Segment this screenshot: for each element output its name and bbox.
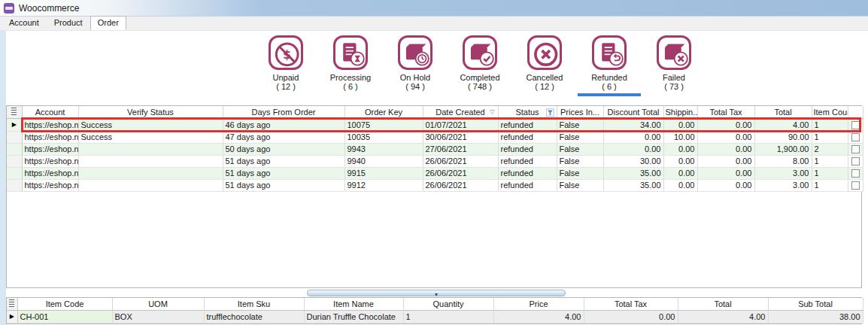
- cell-total[interactable]: 8.00: [754, 155, 812, 167]
- column-header-shipping[interactable]: Shippin...: [663, 106, 697, 118]
- cell-item-count[interactable]: 1: [812, 167, 848, 179]
- cell-item-count[interactable]: 1: [812, 155, 848, 167]
- splitter-handle[interactable]: ▾: [307, 290, 566, 296]
- column-header-date-created[interactable]: Date Created▽: [423, 106, 498, 118]
- cell-order-key[interactable]: 9912: [344, 179, 423, 191]
- column-header-total-tax[interactable]: Total Tax: [584, 298, 678, 310]
- cell-item-name[interactable]: Durian Truffle Chocolate: [304, 310, 403, 323]
- cell-shipping[interactable]: 0.00: [663, 179, 697, 191]
- column-header-quantity[interactable]: Quantity: [403, 298, 493, 310]
- sort-indicator-icon[interactable]: ▽: [490, 108, 494, 115]
- cell-discount-total[interactable]: 35.00: [603, 179, 663, 191]
- cell-item-count[interactable]: 2: [812, 143, 848, 155]
- tab-order[interactable]: Order: [90, 16, 126, 30]
- column-header-sub-total[interactable]: Sub Total: [768, 298, 863, 310]
- column-header-status[interactable]: Status: [498, 106, 557, 118]
- column-header-verify-status[interactable]: Verify Status: [78, 106, 223, 118]
- column-header-prices-in[interactable]: Prices In...: [557, 106, 603, 118]
- cell-status[interactable]: refunded: [498, 167, 557, 179]
- cell-prices-in[interactable]: False: [557, 167, 603, 179]
- cell-prices-in[interactable]: False: [557, 155, 603, 167]
- cell-prices-in[interactable]: False: [557, 179, 603, 191]
- cell-days-from-order[interactable]: 51 days ago: [223, 155, 344, 167]
- cell-date-created[interactable]: 26/06/2021: [423, 155, 498, 167]
- cell-shipping[interactable]: 0.00: [663, 167, 697, 179]
- tab-product[interactable]: Product: [47, 16, 90, 30]
- cell-date-created[interactable]: 01/07/2021: [423, 118, 498, 131]
- cell-days-from-order[interactable]: 46 days ago: [223, 118, 344, 131]
- cell-order-key[interactable]: 9915: [344, 167, 423, 179]
- cell-prices-in[interactable]: False: [557, 118, 603, 131]
- cell-discount-total[interactable]: 30.00: [603, 155, 663, 167]
- status-filter-on-hold[interactable]: On Hold( 94 ): [383, 35, 448, 96]
- cell-price[interactable]: 4.00: [493, 310, 584, 323]
- cell-uom[interactable]: BOX: [112, 310, 204, 323]
- cell-verify-status[interactable]: [78, 179, 223, 191]
- cell-verify-status[interactable]: [78, 167, 223, 179]
- cell-total-tax[interactable]: 0.00: [697, 155, 754, 167]
- cell-total-tax[interactable]: 0.00: [697, 131, 754, 143]
- cell-prices-in[interactable]: False: [557, 131, 603, 143]
- cell-discount-total[interactable]: 35.00: [603, 167, 663, 179]
- row-checkbox[interactable]: [851, 121, 860, 129]
- column-header-order-key[interactable]: Order Key: [344, 106, 423, 118]
- cell-order-key[interactable]: 9940: [344, 155, 423, 167]
- cell-account[interactable]: https://eshop.ne...: [22, 155, 78, 167]
- cell-total[interactable]: 3.00: [754, 179, 812, 191]
- status-filter-processing[interactable]: Processing( 6 ): [318, 35, 383, 96]
- cell-shipping[interactable]: 0.00: [663, 155, 697, 167]
- cell-total-tax[interactable]: 0.00: [697, 167, 754, 179]
- column-header-uom[interactable]: UOM: [112, 298, 204, 310]
- column-header-days-from-order[interactable]: Days From Order: [223, 106, 344, 118]
- column-header-total[interactable]: Total: [754, 106, 812, 118]
- cell-date-created[interactable]: 27/06/2021: [423, 143, 498, 155]
- cell-account[interactable]: https://eshop.ne...: [22, 179, 78, 191]
- cell-total-tax[interactable]: 0.00: [697, 179, 754, 191]
- cell-total[interactable]: 1,900.00: [754, 143, 812, 155]
- cell-item-count[interactable]: 1: [812, 131, 848, 143]
- cell-account[interactable]: https://eshop.ne...: [22, 131, 78, 143]
- status-filter-refunded[interactable]: Refunded( 6 ): [577, 35, 642, 96]
- cell-account[interactable]: https://eshop.ne...: [22, 118, 78, 131]
- column-header-discount-total[interactable]: Discount Total: [603, 106, 663, 118]
- filter-icon[interactable]: [546, 108, 554, 117]
- cell-days-from-order[interactable]: 50 days ago: [223, 143, 344, 155]
- status-filter-completed[interactable]: Completed( 748 ): [448, 35, 512, 96]
- cell-verify-status[interactable]: Success: [78, 118, 223, 131]
- cell-item-code[interactable]: CH-001: [17, 310, 112, 323]
- cell-verify-status[interactable]: [78, 143, 223, 155]
- row-checkbox[interactable]: [851, 181, 860, 190]
- cell-date-created[interactable]: 26/06/2021: [423, 167, 498, 179]
- cell-days-from-order[interactable]: 51 days ago: [223, 167, 344, 179]
- cell-verify-status[interactable]: Success: [78, 131, 223, 143]
- row-checkbox[interactable]: [851, 133, 860, 141]
- cell-order-key[interactable]: 10075: [344, 118, 423, 131]
- cell-status[interactable]: refunded: [498, 143, 557, 155]
- cell-item-sku[interactable]: trufflechocolate: [204, 310, 304, 323]
- row-checkbox[interactable]: [851, 145, 860, 153]
- cell-total[interactable]: 90.00: [754, 131, 812, 143]
- column-header-item-count[interactable]: Item Count: [812, 106, 848, 118]
- status-filter-unpaid[interactable]: $Unpaid( 12 ): [253, 35, 318, 96]
- cell-quantity[interactable]: 1: [403, 310, 493, 323]
- cell-days-from-order[interactable]: 47 days ago: [223, 131, 344, 143]
- column-header-account[interactable]: Account: [22, 106, 78, 118]
- tab-account[interactable]: Account: [2, 16, 47, 30]
- cell-sub-total[interactable]: 38.00: [768, 310, 863, 323]
- cell-total[interactable]: 4.00: [754, 118, 812, 131]
- status-filter-cancelled[interactable]: Cancelled( 12 ): [512, 35, 577, 96]
- row-checkbox[interactable]: [851, 169, 860, 178]
- row-checkbox[interactable]: [851, 157, 860, 166]
- cell-account[interactable]: https://eshop.ne...: [22, 143, 78, 155]
- cell-total[interactable]: 3.00: [754, 167, 812, 179]
- column-header-total[interactable]: Total: [678, 298, 768, 310]
- cell-status[interactable]: refunded: [498, 131, 557, 143]
- cell-order-key[interactable]: 10035: [344, 131, 423, 143]
- cell-item-count[interactable]: 1: [812, 179, 848, 191]
- cell-status[interactable]: refunded: [498, 118, 557, 131]
- cell-status[interactable]: refunded: [498, 155, 557, 167]
- column-header-item-name[interactable]: Item Name: [304, 298, 403, 310]
- cell-days-from-order[interactable]: 51 days ago: [223, 179, 344, 191]
- cell-discount-total[interactable]: 34.00: [603, 118, 663, 131]
- column-header-total-tax[interactable]: Total Tax: [697, 106, 754, 118]
